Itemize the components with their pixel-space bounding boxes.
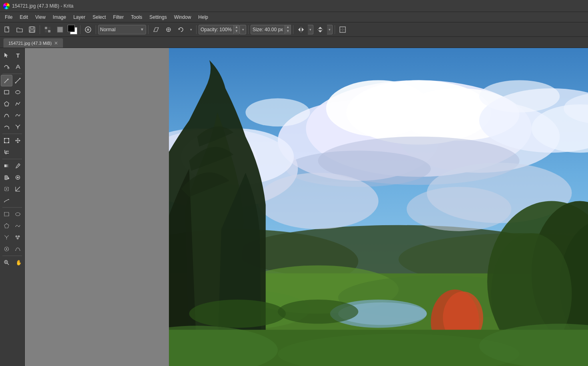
krita-app-icon xyxy=(3,3,10,9)
menu-item-help[interactable]: Help xyxy=(195,13,211,21)
freehand-path-tool-button[interactable] xyxy=(12,110,24,121)
svg-rect-7 xyxy=(48,30,50,32)
menu-bar: FileEditViewImageLayerSelectFilterToolsS… xyxy=(0,12,588,22)
menu-item-image[interactable]: Image xyxy=(50,13,69,21)
main-area: T xyxy=(0,48,588,366)
mirror-vertical-button[interactable] xyxy=(315,24,326,35)
photo-canvas xyxy=(169,48,588,366)
save-document-button[interactable] xyxy=(26,24,38,35)
opacity-dropdown-button[interactable]: ▾ xyxy=(240,25,246,34)
tab-label: 154721.jpg (47.3 MiB) xyxy=(8,41,52,46)
svg-line-72 xyxy=(4,235,7,238)
new-document-button[interactable] xyxy=(2,24,13,35)
polygon-select-tool-button[interactable] xyxy=(1,220,12,232)
menu-item-filter[interactable]: Filter xyxy=(110,13,127,21)
solid-color-button[interactable] xyxy=(54,24,66,35)
similar-color-select-tool-button[interactable] xyxy=(12,232,24,243)
lock-alpha-button[interactable] xyxy=(163,24,174,35)
size-input-box[interactable]: Size: 40.00 px xyxy=(251,25,285,34)
opacity-spin-up[interactable]: ▲ xyxy=(234,25,239,29)
svg-rect-3 xyxy=(30,30,34,32)
line-tool-button[interactable] xyxy=(12,75,24,86)
tab-bar: 154721.jpg (47.3 MiB) ✕ xyxy=(0,37,588,48)
size-spin-up[interactable]: ▲ xyxy=(285,25,291,29)
measure-tool-button[interactable] xyxy=(1,195,12,206)
tab-154721[interactable]: 154721.jpg (47.3 MiB) ✕ xyxy=(3,38,63,48)
toolbar-separator-6 xyxy=(248,25,249,34)
menu-item-select[interactable]: Select xyxy=(89,13,109,21)
magnetic-select-tool-button[interactable] xyxy=(1,243,12,255)
rect-tool-button[interactable] xyxy=(1,86,12,98)
gradient-tool-button[interactable] xyxy=(1,160,12,172)
size-spin-down[interactable]: ▼ xyxy=(285,29,291,33)
svg-point-104 xyxy=(407,187,512,231)
toolbar: Normal ▼ ▾ Opacity: 100% ▲ ▼ ▾ xyxy=(0,22,588,37)
svg-text:✋: ✋ xyxy=(16,260,21,266)
menu-item-file[interactable]: File xyxy=(2,13,16,21)
menu-item-layer[interactable]: Layer xyxy=(70,13,88,21)
color-selector[interactable] xyxy=(67,24,78,35)
eraser-button[interactable] xyxy=(151,24,162,35)
opacity-input-box[interactable]: Opacity: 100% xyxy=(199,25,234,34)
refresh-button[interactable] xyxy=(175,24,187,35)
freehand-brush-tool-button[interactable] xyxy=(1,75,12,86)
transform-tool-button[interactable] xyxy=(1,135,12,146)
freehand-select-tool-button[interactable] xyxy=(1,61,12,73)
svg-rect-42 xyxy=(4,142,5,143)
opacity-label: Opacity: 100% xyxy=(201,27,232,32)
smart-patch-tool-button[interactable] xyxy=(12,172,24,183)
svg-point-75 xyxy=(16,236,17,237)
dynamic-brush-tool-button[interactable] xyxy=(1,121,12,133)
calligraphy-tool-button[interactable] xyxy=(12,61,24,73)
mirror-h-dropdown[interactable]: ▾ xyxy=(308,25,313,34)
menu-item-edit[interactable]: Edit xyxy=(16,13,31,21)
rect-select-tool-button[interactable] xyxy=(1,208,12,220)
multibrush-tool-button[interactable] xyxy=(12,121,24,133)
svg-rect-5 xyxy=(48,27,50,29)
svg-line-55 xyxy=(18,164,19,166)
brush-preset-button[interactable] xyxy=(82,24,94,35)
svg-rect-4 xyxy=(45,27,47,29)
ellipse-select-tool-button[interactable] xyxy=(12,208,24,220)
svg-marker-17 xyxy=(302,28,304,32)
svg-point-125 xyxy=(278,300,358,324)
svg-point-106 xyxy=(479,80,560,113)
blend-mode-dropdown[interactable]: Normal ▼ xyxy=(98,25,146,34)
eyedropper-tool-button[interactable] xyxy=(12,160,24,172)
pattern-button[interactable] xyxy=(42,24,53,35)
select-tool-button[interactable] xyxy=(1,50,12,61)
menu-item-window[interactable]: Window xyxy=(171,13,195,21)
freehand-select-tool-button2[interactable] xyxy=(12,220,24,232)
menu-item-view[interactable]: View xyxy=(32,13,49,21)
polygon-tool-button[interactable] xyxy=(1,98,12,110)
svg-line-66 xyxy=(4,199,9,202)
foreground-color xyxy=(68,25,75,32)
move-tool-button[interactable] xyxy=(12,135,24,146)
svg-point-29 xyxy=(15,82,16,84)
contiguous-select-tool-button[interactable] xyxy=(1,232,12,243)
crop-tool-button[interactable] xyxy=(1,146,12,158)
assistant-tool-button[interactable] xyxy=(12,183,24,195)
fill-tool-button[interactable] xyxy=(1,172,12,183)
brush-dropdown-button[interactable]: ▾ xyxy=(188,24,194,35)
menu-item-tools[interactable]: Tools xyxy=(128,13,145,21)
mirror-v-dropdown[interactable]: ▾ xyxy=(327,25,333,34)
bezier-select-tool-button[interactable] xyxy=(12,243,24,255)
enclose-fill-tool-button[interactable] xyxy=(1,183,12,195)
canvas-area[interactable]: 154721.jpg (47.3 MiB) xyxy=(25,48,588,366)
menu-item-settings[interactable]: Settings xyxy=(146,13,170,21)
toolbar-separator-5 xyxy=(196,25,197,34)
tab-close-button[interactable]: ✕ xyxy=(54,40,58,46)
text-tool-button[interactable]: T xyxy=(12,50,24,61)
wrap-around-button[interactable] xyxy=(337,24,348,35)
pan-tool-button[interactable]: ✋ xyxy=(12,257,24,268)
svg-rect-69 xyxy=(4,212,9,216)
mirror-horizontal-button[interactable] xyxy=(295,24,307,35)
polyline-tool-button[interactable] xyxy=(12,98,24,110)
opacity-spin-down[interactable]: ▼ xyxy=(234,29,239,33)
svg-point-27 xyxy=(7,79,8,80)
open-document-button[interactable] xyxy=(14,24,25,35)
zoom-tool-button[interactable] xyxy=(1,257,12,268)
bezier-curve-tool-button[interactable] xyxy=(1,110,12,121)
ellipse-tool-button[interactable] xyxy=(12,86,24,98)
